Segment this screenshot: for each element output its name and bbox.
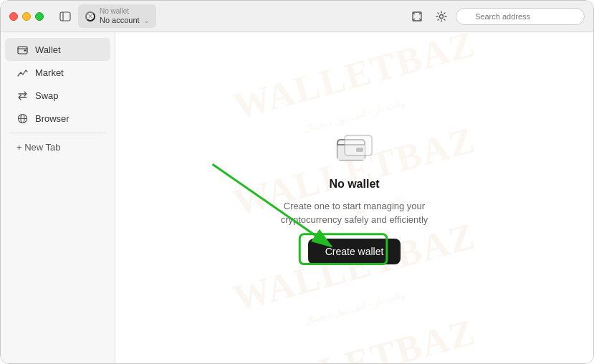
current-tab[interactable]: × No wallet No account ⌄ <box>78 4 156 28</box>
sidebar-item-wallet[interactable]: Wallet <box>5 38 110 61</box>
sidebar-item-swap[interactable]: Swap <box>5 84 110 107</box>
new-tab-label: + New Tab <box>16 142 61 153</box>
no-wallet-content: No wallet Create one to start managing y… <box>276 132 433 264</box>
sidebar-item-browser[interactable]: Browser <box>5 107 110 130</box>
content-area: WALLETBAZوالت باز - کیف پول دیجیتال WALL… <box>115 32 593 363</box>
titlebar-right: 🔍 <box>407 6 585 27</box>
tab-title: No wallet No account ⌄ <box>100 7 149 25</box>
expand-button[interactable] <box>407 6 427 27</box>
settings-button[interactable] <box>431 6 451 27</box>
sidebar-item-market[interactable]: Market <box>5 61 110 84</box>
traffic-lights <box>9 12 44 21</box>
sidebar-toggle-button[interactable] <box>55 6 75 27</box>
no-wallet-icon-container <box>335 132 375 166</box>
tab-area: × No wallet No account ⌄ <box>55 4 401 28</box>
sidebar-market-label: Market <box>35 67 64 78</box>
maximize-button[interactable] <box>35 12 44 21</box>
svg-point-3 <box>440 14 444 18</box>
create-wallet-button[interactable]: Create wallet <box>308 239 401 264</box>
no-wallet-desc: Create one to start managing your crypto… <box>276 199 433 227</box>
app-window: × No wallet No account ⌄ <box>0 0 594 364</box>
close-button[interactable] <box>9 12 18 21</box>
svg-rect-0 <box>60 12 70 21</box>
globe-icon <box>16 112 28 124</box>
search-wrapper: 🔍 <box>456 8 585 25</box>
sidebar-swap-label: Swap <box>35 90 59 101</box>
sidebar-browser-label: Browser <box>35 113 70 124</box>
svg-rect-5 <box>24 49 26 51</box>
minimize-button[interactable] <box>22 12 31 21</box>
new-tab-item[interactable]: + New Tab <box>5 136 110 158</box>
search-input[interactable] <box>456 8 585 25</box>
wallet-icon <box>16 44 28 55</box>
no-wallet-icon <box>336 133 373 166</box>
account-chevron-icon: ⌄ <box>143 16 149 24</box>
tab-close-button[interactable]: × <box>85 11 95 21</box>
tab-no-wallet-label: No wallet <box>100 7 149 16</box>
no-wallet-title: No wallet <box>329 178 379 191</box>
svg-rect-13 <box>345 135 372 155</box>
main-area: Wallet Market Swap <box>1 32 593 363</box>
swap-icon <box>16 90 28 101</box>
titlebar: × No wallet No account ⌄ <box>1 1 593 32</box>
sidebar: Wallet Market Swap <box>1 32 115 363</box>
sidebar-divider <box>9 133 106 133</box>
tab-no-account-label: No account ⌄ <box>100 16 149 25</box>
sidebar-wallet-label: Wallet <box>35 44 61 55</box>
market-icon <box>16 67 28 78</box>
